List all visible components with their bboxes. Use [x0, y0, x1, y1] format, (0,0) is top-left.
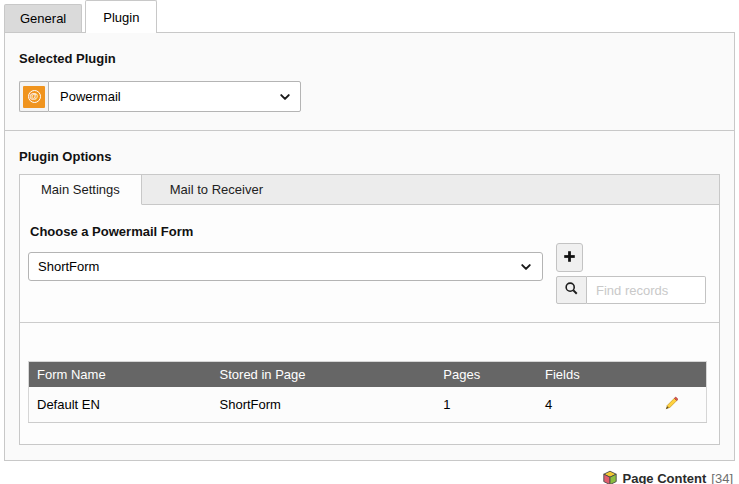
choose-form-heading: Choose a Powermail Form — [30, 224, 707, 239]
form-chooser-section: Choose a Powermail Form ShortForm — [20, 205, 719, 323]
cell-pages: 1 — [435, 387, 537, 423]
plugin-options-heading: Plugin Options — [19, 149, 720, 164]
tab-plugin[interactable]: Plugin — [85, 0, 157, 33]
add-record-button[interactable] — [556, 243, 583, 272]
record-tools — [556, 243, 706, 304]
selected-plugin-section: Selected Plugin @ Powermail — [5, 33, 734, 131]
plugin-icon-box: @ — [19, 81, 48, 112]
column-actions — [639, 362, 707, 388]
cell-fields: 4 — [537, 387, 639, 423]
find-records-group — [556, 276, 706, 304]
record-edit-tabs: General Plugin — [0, 0, 739, 32]
search-button[interactable] — [556, 276, 587, 304]
magnifier-icon — [564, 281, 579, 299]
chevron-down-icon — [520, 261, 532, 273]
cell-actions — [639, 387, 707, 423]
plugin-tab-panel: Selected Plugin @ Powermail Plugin Optio… — [4, 32, 735, 461]
pencil-icon — [664, 395, 680, 414]
plugin-options-tabbar: Main Settings Mail to Receiver — [20, 175, 719, 205]
form-chooser-row: ShortForm — [28, 243, 707, 304]
powermail-at-icon: @ — [23, 86, 45, 108]
selected-plugin-heading: Selected Plugin — [19, 51, 720, 66]
powermail-form-value: ShortForm — [38, 259, 99, 274]
tab-main-settings[interactable]: Main Settings — [20, 175, 142, 205]
tab-general[interactable]: General — [4, 4, 82, 32]
plugin-options-tabbox: Main Settings Mail to Receiver Choose a … — [19, 174, 720, 445]
form-records-section: Form Name Stored in Page Pages Fields De… — [20, 323, 719, 444]
column-stored-in-page: Stored in Page — [212, 362, 436, 388]
selected-plugin-value: Powermail — [60, 89, 121, 104]
powermail-form-select[interactable]: ShortForm — [28, 252, 543, 281]
form-records-table: Form Name Stored in Page Pages Fields De… — [28, 361, 707, 423]
chevron-down-icon — [279, 91, 291, 103]
selected-plugin-select[interactable]: Powermail — [48, 81, 301, 112]
cell-stored-in-page: ShortForm — [212, 387, 436, 423]
table-row: Default EN ShortForm 1 4 — [29, 387, 707, 423]
record-type-label: Page Content — [623, 471, 707, 484]
edit-record-button[interactable] — [664, 395, 680, 414]
content-cube-icon — [602, 470, 618, 484]
column-pages: Pages — [435, 362, 537, 388]
cell-form-name: Default EN — [29, 387, 212, 423]
plus-icon — [563, 250, 576, 266]
selected-plugin-input-group: @ Powermail — [19, 81, 301, 112]
column-fields: Fields — [537, 362, 639, 388]
record-uid-badge: [34] — [711, 471, 733, 484]
plugin-options-section: Plugin Options Main Settings Mail to Rec… — [5, 131, 734, 460]
record-info-footer: Page Content [34] — [6, 470, 733, 484]
find-records-input[interactable] — [587, 276, 706, 304]
tab-mail-to-receiver[interactable]: Mail to Receiver — [142, 175, 291, 204]
table-header-row: Form Name Stored in Page Pages Fields — [29, 362, 707, 388]
column-form-name: Form Name — [29, 362, 212, 388]
